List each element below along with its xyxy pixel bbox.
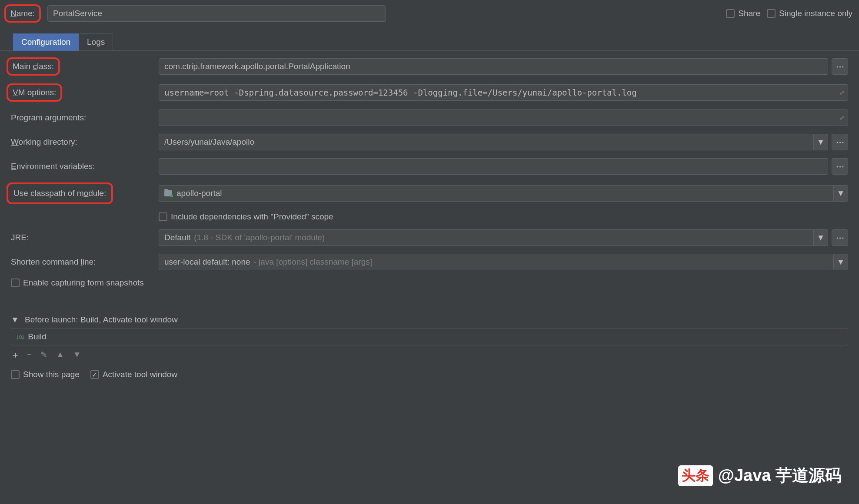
shorten-hint: - java [options] classname [args] — [254, 257, 372, 267]
share-checkbox[interactable] — [726, 9, 735, 18]
activate-window-label: Activate tool window — [103, 370, 177, 379]
share-checkbox-wrap[interactable]: Share — [726, 9, 760, 18]
build-icon: ↓01 — [16, 333, 24, 341]
single-instance-wrap[interactable]: Single instance only — [767, 9, 852, 18]
task-label: Build — [28, 332, 46, 342]
vm-options-input[interactable] — [159, 84, 848, 101]
shorten-value: user-local default: none — [164, 257, 250, 267]
single-instance-checkbox[interactable] — [767, 9, 776, 18]
tab-logs[interactable]: Logs — [79, 33, 113, 51]
show-page-wrap[interactable]: Show this page — [11, 370, 80, 379]
move-up-button[interactable]: ▲ — [56, 350, 64, 361]
show-page-checkbox[interactable] — [11, 370, 20, 379]
name-label-highlight: Name: — [4, 4, 41, 23]
snapshots-checkbox[interactable] — [11, 279, 20, 287]
classpath-dropdown[interactable]: ▼ — [833, 185, 848, 202]
include-provided-label: Include dependencies with "Provided" sco… — [171, 212, 333, 222]
remove-task-button[interactable]: − — [27, 350, 32, 361]
include-provided-checkbox[interactable] — [159, 212, 167, 221]
program-args-label: Program arguments: — [7, 110, 90, 125]
working-dir-browse-button[interactable]: ⋯ — [832, 134, 848, 150]
watermark: 头条 @Java 芋道源码 — [678, 464, 842, 487]
working-dir-label: Working directory: — [7, 135, 82, 149]
env-vars-label: Environment variables: — [7, 159, 99, 174]
program-args-input[interactable] — [159, 109, 848, 126]
classpath-label: Use classpath of module: — [13, 189, 106, 198]
working-dir-dropdown[interactable]: ▼ — [813, 134, 828, 150]
vm-options-label: VM options: — [13, 88, 56, 97]
include-provided-wrap[interactable]: Include dependencies with "Provided" sco… — [159, 212, 333, 222]
shorten-label: Shorten command line: — [7, 255, 100, 269]
working-dir-input[interactable] — [159, 134, 813, 150]
jre-browse-button[interactable]: ⋯ — [832, 229, 848, 246]
bottom-options: Show this page Activate tool window — [0, 365, 859, 384]
main-class-label-highlight: Main class: — [7, 57, 60, 76]
activate-window-wrap[interactable]: Activate tool window — [90, 370, 177, 379]
shorten-dropdown[interactable]: ▼ — [833, 254, 848, 270]
show-page-label: Show this page — [23, 370, 80, 379]
name-input[interactable] — [47, 5, 386, 22]
jre-label: JRE: — [7, 230, 33, 245]
main-class-browse-button[interactable]: ⋯ — [832, 58, 848, 75]
move-down-button[interactable]: ▼ — [73, 350, 81, 361]
jre-value: Default — [164, 233, 190, 242]
main-class-label: Main class: — [13, 62, 54, 71]
task-list: ↓01 Build — [11, 328, 848, 345]
top-row: Name: Share Single instance only — [0, 0, 859, 27]
shorten-select[interactable]: user-local default: none - java [options… — [159, 254, 833, 270]
env-vars-input[interactable] — [159, 158, 828, 175]
before-launch-header-row[interactable]: ▼ Before launch: Build, Activate tool wi… — [11, 315, 848, 325]
snapshots-wrap[interactable]: Enable capturing form snapshots — [11, 278, 144, 288]
task-item-build[interactable]: ↓01 Build — [11, 330, 848, 343]
activate-window-checkbox[interactable] — [90, 370, 99, 379]
classpath-select[interactable]: apollo-portal — [159, 185, 833, 202]
snapshots-label: Enable capturing form snapshots — [23, 278, 144, 288]
share-label: Share — [738, 9, 760, 18]
jre-select[interactable]: Default (1.8 - SDK of 'apollo-portal' mo… — [159, 229, 813, 246]
before-launch-section: ▼ Before launch: Build, Activate tool wi… — [0, 315, 859, 365]
main-class-input[interactable] — [159, 58, 828, 75]
vm-options-label-highlight: VM options: — [7, 83, 62, 102]
classpath-value: apollo-portal — [176, 189, 222, 198]
edit-task-button[interactable]: ✎ — [40, 350, 47, 361]
env-vars-browse-button[interactable]: ⋯ — [832, 158, 848, 175]
name-label: Name: — [10, 9, 35, 18]
tabs: Configuration Logs — [13, 33, 859, 51]
watermark-icon: 头条 — [678, 465, 713, 486]
single-instance-label: Single instance only — [779, 9, 852, 18]
form-area: Main class: ⋯ VM options: ⤢ Program argu… — [0, 50, 859, 300]
add-task-button[interactable]: + — [13, 350, 18, 361]
jre-dropdown[interactable]: ▼ — [813, 229, 828, 246]
task-toolbar: + − ✎ ▲ ▼ — [11, 345, 848, 365]
watermark-text: @Java 芋道源码 — [718, 464, 842, 487]
before-launch-header: Before launch: Build, Activate tool wind… — [25, 315, 178, 324]
collapse-arrow-icon[interactable]: ▼ — [11, 315, 19, 324]
jre-hint: (1.8 - SDK of 'apollo-portal' module) — [194, 233, 325, 242]
tab-configuration[interactable]: Configuration — [13, 33, 79, 51]
module-folder-icon — [164, 190, 172, 196]
classpath-label-highlight: Use classpath of module: — [7, 182, 113, 204]
